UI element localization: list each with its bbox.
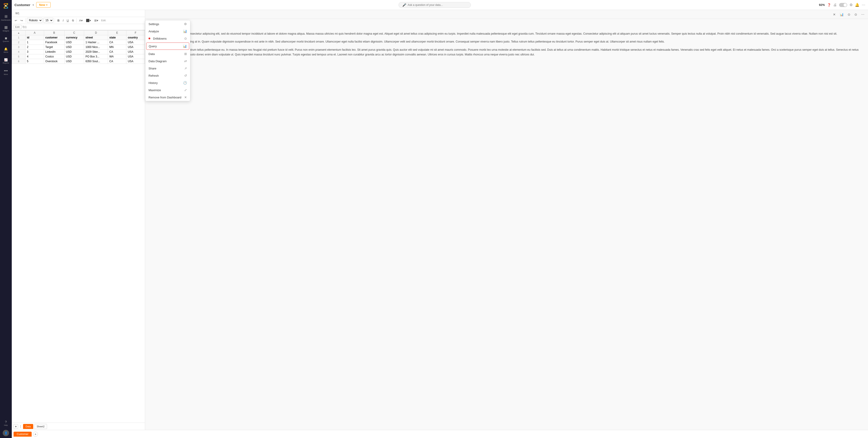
table-cell[interactable]: 1 [26,40,44,45]
table-cell[interactable]: 2 [26,45,44,50]
table-cell[interactable]: Overstock [44,59,64,64]
sidebar-item-more[interactable]: ••• More [1,67,11,77]
table-cell[interactable]: LinkedIn [44,50,64,54]
table-cell[interactable]: id [26,35,44,40]
table-cell[interactable]: 2029 Stier... [84,50,108,54]
table-cell[interactable]: USD [64,40,84,45]
table-cell[interactable]: PO Box 3... [84,54,108,59]
widget-close-button[interactable]: ✕ [832,12,837,17]
help-circle-icon[interactable]: ❓ [827,3,831,7]
widget-filter-button[interactable]: ⊙ [846,12,852,17]
overflow-menu-icon[interactable]: ⋯ [862,3,865,7]
menu-item-data[interactable]: Data ⊞ [145,50,190,57]
print-icon[interactable]: 🖨 [833,3,837,7]
table-cell[interactable]: street [84,35,108,40]
sheet-tab-data[interactable]: Data [23,424,33,429]
widget-more-button[interactable]: ⋯ [860,12,866,17]
app-logo[interactable]: K [2,2,10,10]
menu-item-history[interactable]: History 🕐 [145,79,190,86]
sidebar-item-queries[interactable]: ◼ Queries [1,34,11,45]
notifications-icon[interactable]: 🔔 [855,3,860,7]
table-cell[interactable]: 1 Hacker ... [84,40,108,45]
table-cell[interactable]: USA [126,50,145,54]
col-header-e[interactable]: E [108,31,126,35]
menu-item-query[interactable]: Query 📊 [146,42,189,50]
col-header-f[interactable]: F [126,31,145,35]
table-cell[interactable]: USA [126,54,145,59]
table-cell[interactable]: 1000 Nico... [84,45,108,50]
right-panel-footer: Knowi 2024 [151,61,862,63]
menu-item-maximize[interactable]: Maximize ⤢ [145,86,190,94]
table-cell[interactable]: CA [108,50,126,54]
sidebar-item-label: Queries [3,40,9,42]
col-header-b[interactable]: B [44,31,64,35]
title-chevron-icon[interactable]: ▾ [33,3,34,6]
table-cell[interactable]: Facebook [44,40,64,45]
menu-item-remove[interactable]: Remove from Dashboard ✕ [145,94,190,101]
strikethrough-button[interactable]: S [71,18,75,23]
widget-chart-button[interactable]: 📊 [838,12,845,17]
col-header-a[interactable]: A [26,31,44,35]
table-cell[interactable]: MN [108,45,126,50]
table-cell[interactable]: country [126,35,145,40]
table-cell[interactable]: state [108,35,126,40]
table-cell[interactable]: customer [44,35,64,40]
row-number: 4 [12,50,26,54]
col-header-d[interactable]: D [84,31,108,35]
italic-button[interactable]: I [61,18,65,23]
menu-item-analyze[interactable]: Analyze 📊 [145,28,190,35]
table-cell[interactable]: USA [126,45,145,50]
undo-button[interactable]: ↩ [13,18,18,23]
table-cell[interactable]: USA [126,40,145,45]
font-size-selector[interactable]: 15 [43,18,53,23]
sidebar-item-help[interactable]: ? Help [1,418,11,428]
font-selector[interactable]: Roboto [27,18,42,23]
new-button[interactable]: New + [36,2,51,8]
table-cell[interactable]: USD [64,54,84,59]
sidebar-item-widgets[interactable]: ▦ Widgets [1,24,11,33]
sheet-menu-button[interactable]: ⋮ [19,425,22,428]
bold-button[interactable]: B [56,18,61,23]
table-cell[interactable]: 5 [26,59,44,64]
sheet-add-button[interactable]: + [13,424,18,429]
sidebar-item-dashboards[interactable]: ⊞ Dashboards [1,13,11,23]
settings-icon[interactable]: ⚙ [849,3,852,7]
table-cell[interactable]: currency [64,35,84,40]
menu-item-data-diagram[interactable]: Data Diagram ⇄ [145,57,190,65]
widget-settings-button[interactable]: ⊙ [853,12,859,17]
table-cell[interactable]: CA [108,40,126,45]
query-menu-icon: 📊 [183,45,187,48]
table-cell[interactable]: USD [64,59,84,64]
menu-item-settings[interactable]: Settings ⚙ [145,20,190,28]
table-cell[interactable]: Target [44,45,64,50]
search-input[interactable] [408,3,453,6]
table-cell[interactable]: 4 [26,54,44,59]
font-color-button[interactable]: A▾ [78,18,84,23]
sidebar-item-reports[interactable]: 📈 Reports [1,56,11,66]
table-cell[interactable]: USD [64,50,84,54]
bottom-tab-customer[interactable]: Customer [13,432,32,437]
menu-item-drilldowns[interactable]: Drilldowns ⊙ [145,35,190,42]
border-button[interactable]: ⊞▾ [93,18,99,23]
table-cell[interactable]: CA [108,59,126,64]
table-cell[interactable]: USA [126,59,145,64]
underline-button[interactable]: U [66,18,70,23]
col-header-c[interactable]: C [64,31,84,35]
bottom-add-button[interactable]: + [33,432,38,437]
menu-item-refresh[interactable]: Refresh ↺ [145,72,190,79]
spreadsheet-grid[interactable]: ▲ A B C D E F 1idcustomercurrencystreets… [12,30,145,422]
user-avatar[interactable]: 👤 [3,430,9,436]
sheet-tab-sheet2[interactable]: Sheet2 [34,424,47,429]
bg-color-button[interactable]: ⬛▾ [85,18,92,23]
table-cell[interactable]: Costco [44,54,64,59]
redo-button[interactable]: ↪ [19,18,24,23]
sidebar-item-alerts[interactable]: 🔔 Alerts [1,45,11,55]
table-cell[interactable]: WA [108,54,126,59]
menu-item-share[interactable]: Share ↗ [145,65,190,72]
toggle-switch[interactable] [839,3,847,7]
table-cell[interactable]: 6350 Sout... [84,59,108,64]
table-cell[interactable]: 3 [26,50,44,54]
topbar-right: 92% ❓ 🖨 ⚙ 🔔 ⋯ [819,3,865,7]
table-cell[interactable]: USD [64,45,84,50]
search-box[interactable]: 🎤 [399,2,471,8]
